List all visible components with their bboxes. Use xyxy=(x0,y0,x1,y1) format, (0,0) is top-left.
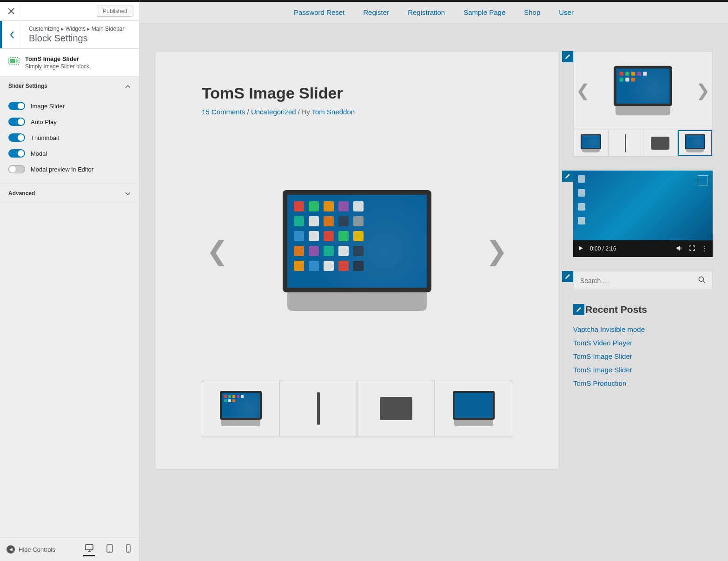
widget-slider: ❮ ❯ xyxy=(573,51,713,157)
slide-image[interactable] xyxy=(202,134,512,367)
article: TomS Image Slider 15 Comments / Uncatego… xyxy=(155,51,559,469)
edit-widget-button[interactable] xyxy=(573,304,584,315)
thumbnail[interactable] xyxy=(357,381,435,436)
tablet-preview-button[interactable] xyxy=(105,542,115,556)
widget-slider-next[interactable]: ❯ xyxy=(696,81,710,100)
edit-widget-button[interactable] xyxy=(562,51,573,62)
thumbnail[interactable] xyxy=(279,381,357,436)
mobile-icon xyxy=(126,544,131,553)
edit-widget-button[interactable] xyxy=(562,271,573,282)
block-description: Simply Image Slider block. xyxy=(25,63,131,70)
sidebar-footer: ◀ Hide Controls xyxy=(0,537,139,561)
pencil-icon xyxy=(565,173,570,179)
nav-link[interactable]: Sample Page xyxy=(463,8,505,16)
auto-play-toggle[interactable] xyxy=(8,118,25,126)
widget-search xyxy=(573,271,713,290)
preview-pane: Password Reset Register Registration Sam… xyxy=(139,0,728,561)
edit-widget-button[interactable] xyxy=(562,171,573,182)
advanced-section: Advanced xyxy=(0,184,139,203)
svg-rect-3 xyxy=(86,545,93,550)
sidebar-widgets: ❮ ❯ xyxy=(573,51,713,469)
slider-prev-button[interactable]: ❮ xyxy=(206,236,228,266)
hide-controls-button[interactable]: ◀ Hide Controls xyxy=(7,545,55,554)
svg-rect-2 xyxy=(16,59,18,63)
toggle-label: Auto Play xyxy=(31,119,57,125)
video-time: 0:00 / 2:16 xyxy=(590,245,616,252)
modal-toggle[interactable] xyxy=(8,149,25,158)
nav-link[interactable]: User xyxy=(559,8,574,16)
desktop-icon xyxy=(85,544,93,552)
slider-next-button[interactable]: ❯ xyxy=(486,236,508,266)
toggle-label: Thumnbail xyxy=(31,134,59,141)
widget-slide-image[interactable]: ❮ ❯ xyxy=(574,52,712,130)
toggle-label: Image Slider xyxy=(31,103,65,110)
search-input[interactable] xyxy=(580,277,698,284)
pencil-icon xyxy=(565,274,570,279)
slider-settings-header[interactable]: Slider Settings xyxy=(0,77,139,95)
nav-link[interactable]: Shop xyxy=(524,8,540,16)
pencil-icon xyxy=(576,307,582,312)
fullscreen-icon xyxy=(689,245,695,251)
chevron-down-icon xyxy=(125,190,131,197)
search-icon xyxy=(698,276,706,284)
recent-post-link[interactable]: TomS Production xyxy=(573,379,626,387)
mobile-preview-button[interactable] xyxy=(124,542,132,556)
sidebar-header: Published xyxy=(0,2,139,21)
thumbnail-toggle[interactable] xyxy=(8,133,25,142)
image-slider-toggle[interactable] xyxy=(8,102,25,110)
advanced-header[interactable]: Advanced xyxy=(0,184,139,203)
video-fullscreen-button[interactable] xyxy=(689,245,695,252)
close-icon xyxy=(8,8,14,14)
widget-thumbnail[interactable] xyxy=(609,130,643,156)
widget-thumbnail[interactable] xyxy=(678,130,712,156)
recent-post-link[interactable]: TomS Video Player xyxy=(573,339,632,347)
author-link[interactable]: Tom Sneddon xyxy=(312,108,355,116)
breadcrumb: Customizing ▸ Widgets ▸ Main Sidebar xyxy=(29,26,132,32)
collapse-icon: ◀ xyxy=(7,545,15,554)
recent-post-link[interactable]: TomS Image Slider xyxy=(573,352,632,360)
widget-title: Recent Posts xyxy=(585,304,647,315)
widget-video: 0:00 / 2:16 ⋮ xyxy=(573,171,713,257)
play-icon xyxy=(578,245,583,251)
chevron-up-icon xyxy=(125,82,131,90)
category-link[interactable]: Uncategorized xyxy=(251,108,296,116)
search-button[interactable] xyxy=(698,276,706,285)
widget-recent-posts: Recent Posts Vaptcha Invisible mode TomS… xyxy=(573,304,713,390)
video-controls: 0:00 / 2:16 ⋮ xyxy=(573,240,713,257)
video-menu-button[interactable]: ⋮ xyxy=(702,245,708,252)
tablet-icon xyxy=(106,544,113,553)
chevron-left-icon xyxy=(9,31,15,39)
back-button[interactable] xyxy=(0,21,22,48)
block-icon xyxy=(8,55,20,66)
pencil-icon xyxy=(565,54,570,59)
slider-thumbnails xyxy=(202,381,512,436)
thumbnail[interactable] xyxy=(435,381,512,436)
slider-settings-section: Slider Settings Image Slider Auto Play T… xyxy=(0,77,139,184)
nav-link[interactable]: Register xyxy=(363,8,389,16)
nav-link[interactable]: Registration xyxy=(408,8,445,16)
recent-post-link[interactable]: TomS Image Slider xyxy=(573,366,632,374)
volume-icon xyxy=(676,245,683,251)
thumbnail[interactable] xyxy=(202,381,279,436)
main-slider: ❮ xyxy=(202,134,512,367)
widget-thumbnail[interactable] xyxy=(643,130,678,156)
modal-preview-toggle[interactable] xyxy=(8,165,25,173)
block-info: TomS Image Slider Simply Image Slider bl… xyxy=(0,49,139,77)
video-frame[interactable] xyxy=(573,171,713,240)
widget-slider-prev[interactable]: ❮ xyxy=(576,81,590,100)
widget-thumbnail[interactable] xyxy=(574,130,609,156)
site-nav: Password Reset Register Registration Sam… xyxy=(139,2,728,23)
post-title: TomS Image Slider xyxy=(202,84,512,102)
nav-link[interactable]: Password Reset xyxy=(294,8,344,16)
close-button[interactable] xyxy=(0,2,22,20)
svg-rect-1 xyxy=(10,59,15,63)
desktop-preview-button[interactable] xyxy=(83,542,95,556)
breadcrumb-bar: Customizing ▸ Widgets ▸ Main Sidebar Blo… xyxy=(0,21,139,49)
comments-link[interactable]: 15 Comments xyxy=(202,108,245,116)
toggle-label: Modal xyxy=(31,150,47,157)
toggle-label: Modal preview in Editor xyxy=(31,166,93,173)
video-mute-button[interactable] xyxy=(676,245,683,252)
recent-post-link[interactable]: Vaptcha Invisible mode xyxy=(573,325,645,333)
publish-button[interactable]: Published xyxy=(97,6,133,17)
video-play-button[interactable] xyxy=(578,245,583,252)
